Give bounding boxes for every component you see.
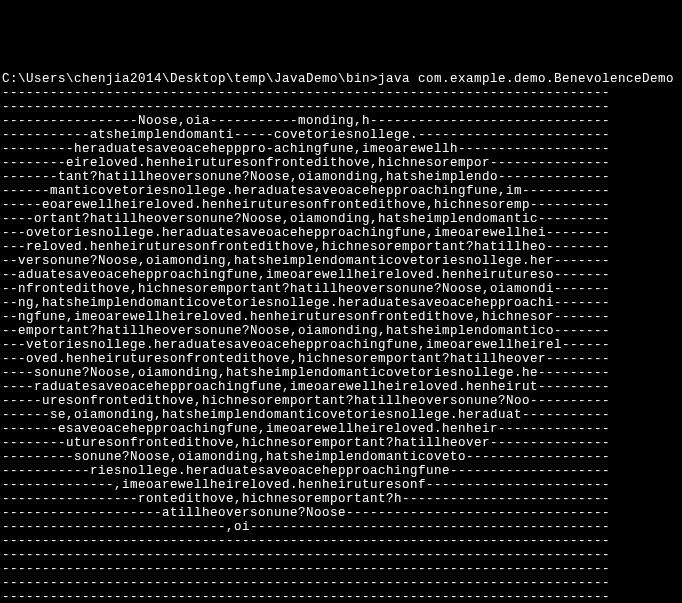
- terminal-output: ----------------------------------------…: [2, 86, 680, 603]
- prompt-command: java com.example.demo.BenevolenceDemo: [378, 72, 674, 86]
- terminal-window[interactable]: C:\Users\chenjia2014\Desktop\temp\JavaDe…: [0, 70, 682, 603]
- prompt-path: C:\Users\chenjia2014\Desktop\temp\JavaDe…: [2, 72, 378, 86]
